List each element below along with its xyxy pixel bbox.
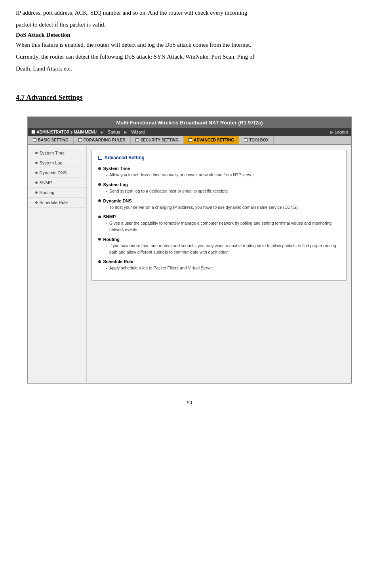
desc-line-snmp-1: Gives a user the capability to remotely …	[106, 220, 340, 233]
setting-routing: Routing If you have more than one router…	[98, 237, 340, 256]
wizard-arrow: ▶	[124, 130, 127, 134]
bullet-system-time	[35, 152, 38, 154]
tab-tool-sq	[244, 138, 248, 142]
tab-basic-sq	[33, 138, 36, 142]
router-body: System Time System Log Dynamic DNS SNMP …	[28, 145, 351, 383]
advanced-setting-box: Advanced Setting System Time Allow you t…	[91, 150, 347, 281]
label-schedule-rule: Schedule Rule	[103, 259, 133, 264]
router-ui: Multi-Functional Wireless Broadband NAT …	[27, 116, 352, 384]
desc-text-dynamic-dns-1: To host your server on a changing IP add…	[109, 204, 299, 211]
setting-schedule-rule: Schedule Rule Apply schedule rules to Pa…	[98, 259, 340, 271]
setting-snmp: SNMP Gives a user the capability to remo…	[98, 214, 340, 233]
tab-basic-label: BASIC SETTING	[38, 138, 69, 142]
setting-system-log: System Log Send system log to a dedicate…	[98, 182, 340, 195]
logout-label: Logout	[335, 130, 348, 134]
label-system-time: System Time	[103, 166, 130, 171]
sidebar-label-schedule-rule: Schedule Rule	[40, 200, 68, 205]
sidebar-item-snmp[interactable]: SNMP	[28, 178, 86, 188]
desc-line-dynamic-dns-1: To host your server on a changing IP add…	[106, 204, 340, 211]
dot-system-time	[98, 167, 101, 170]
desc-routing: If you have more than one routers and su…	[106, 243, 340, 256]
router-sidebar: System Time System Log Dynamic DNS SNMP …	[28, 145, 87, 383]
setting-name-dynamic-dns: Dynamic DNS	[98, 199, 340, 203]
desc-text-system-log-1: Send system log to a dedicated host or e…	[109, 188, 229, 195]
router-main: Advanced Setting System Time Allow you t…	[87, 145, 351, 383]
dot-routing	[98, 238, 101, 241]
sidebar-item-schedule-rule[interactable]: Schedule Rule	[28, 198, 86, 208]
setting-name-routing: Routing	[98, 237, 340, 242]
desc-text-routing-1: If you have more than one routers and su…	[109, 243, 340, 256]
desc-line-routing-1: If you have more than one routers and su…	[106, 243, 340, 256]
dos-line3: Death, Land Attack etc.	[16, 64, 363, 73]
sidebar-item-routing[interactable]: Routing	[28, 188, 86, 198]
label-routing: Routing	[103, 237, 120, 242]
tab-basic-setting[interactable]: BASIC SETTING	[28, 136, 74, 144]
setting-name-snmp: SNMP	[98, 214, 340, 219]
sidebar-item-dynamic-dns[interactable]: Dynamic DNS	[28, 168, 86, 178]
admin-menu[interactable]: ADMINISTRATOR's MAIN MENU	[31, 130, 97, 134]
sidebar-label-system-time: System Time	[40, 151, 65, 155]
box-title-text: Advanced Setting	[105, 155, 145, 160]
desc-system-log: Send system log to a dedicated host or e…	[106, 188, 340, 195]
desc-snmp: Gives a user the capability to remotely …	[106, 220, 340, 233]
dot-snmp	[98, 216, 101, 218]
dos-line2: Currently, the router can detect the fol…	[16, 52, 363, 61]
router-tabs: BASIC SETTING FORWARDING RULES SECURITY …	[28, 136, 351, 145]
desc-line-schedule-rule-1: Apply schedule rules to Packet Filters a…	[106, 265, 340, 271]
logout-arrow: ▶	[330, 130, 333, 134]
dos-line1: When this feature is enabled, the router…	[16, 40, 363, 50]
sidebar-label-system-log: System Log	[40, 160, 63, 165]
setting-name-schedule-rule: Schedule Rule	[98, 259, 340, 264]
desc-text-snmp-1: Gives a user the capability to remotely …	[109, 220, 340, 233]
sidebar-item-system-log[interactable]: System Log	[28, 158, 86, 168]
tab-forwarding-rules[interactable]: FORWARDING RULES	[74, 136, 131, 144]
tab-sec-sq	[135, 138, 139, 142]
page-number: 50	[16, 399, 363, 406]
bullet-routing	[35, 191, 38, 194]
setting-name-system-time: System Time	[98, 166, 340, 171]
router-title-bar: Multi-Functional Wireless Broadband NAT …	[28, 117, 351, 128]
desc-line-system-time-1: Allow you to set device time manually or…	[106, 172, 340, 178]
intro-line2: packet to detect if this packet is valid…	[16, 20, 363, 29]
tab-security-setting[interactable]: SECURITY SETTING	[131, 136, 184, 144]
nav-wizard[interactable]: Wizard	[131, 130, 145, 134]
nav-logout[interactable]: ▶ Logout	[330, 130, 348, 134]
setting-name-system-log: System Log	[98, 182, 340, 187]
label-dynamic-dns: Dynamic DNS	[103, 199, 132, 203]
desc-schedule-rule: Apply schedule rules to Packet Filters a…	[106, 265, 340, 271]
sidebar-item-system-time[interactable]: System Time	[28, 148, 86, 158]
tab-advanced-setting[interactable]: ADVANCED SETTING	[184, 136, 239, 144]
router-title: Multi-Functional Wireless Broadband NAT …	[116, 120, 263, 126]
sidebar-label-dynamic-dns: Dynamic DNS	[40, 170, 67, 175]
title-square-icon	[98, 156, 102, 160]
bullet-system-log	[35, 162, 38, 164]
sidebar-label-snmp: SNMP	[40, 180, 52, 185]
desc-text-system-time-1: Allow you to set device time manually or…	[109, 172, 255, 178]
admin-menu-label: ADMINISTRATOR's MAIN MENU	[37, 130, 97, 134]
dot-dynamic-dns	[98, 199, 101, 202]
admin-menu-icon	[31, 130, 35, 134]
bullet-snmp	[35, 181, 38, 184]
router-nav-bar: ADMINISTRATOR's MAIN MENU ▶ Status ▶ Wiz…	[28, 128, 351, 136]
bullet-schedule-rule	[35, 201, 38, 204]
nav-status[interactable]: Status	[108, 130, 120, 134]
tab-adv-sq	[189, 138, 192, 142]
label-snmp: SNMP	[103, 214, 116, 219]
tab-tool-label: TOOLBOX	[249, 138, 269, 142]
dot-schedule-rule	[98, 260, 101, 263]
setting-system-time: System Time Allow you to set device time…	[98, 166, 340, 178]
setting-dynamic-dns: Dynamic DNS To host your server on a cha…	[98, 199, 340, 211]
tab-toolbox[interactable]: TOOLBOX	[239, 136, 274, 144]
section-heading: 4.7 Advanced Settings	[16, 94, 363, 102]
desc-system-time: Allow you to set device time manually or…	[106, 172, 340, 178]
advanced-setting-title: Advanced Setting	[98, 155, 340, 160]
tab-adv-label: ADVANCED SETTING	[194, 138, 234, 142]
desc-line-system-log-1: Send system log to a dedicated host or e…	[106, 188, 340, 195]
tab-fwd-sq	[78, 138, 82, 142]
intro-line1: IP address, port address, ACK, SEQ numbe…	[16, 8, 363, 17]
status-arrow: ▶	[101, 130, 104, 134]
bullet-dynamic-dns	[35, 172, 38, 174]
desc-text-schedule-rule-1: Apply schedule rules to Packet Filters a…	[109, 265, 214, 271]
sidebar-label-routing: Routing	[40, 190, 55, 195]
dot-system-log	[98, 183, 101, 186]
